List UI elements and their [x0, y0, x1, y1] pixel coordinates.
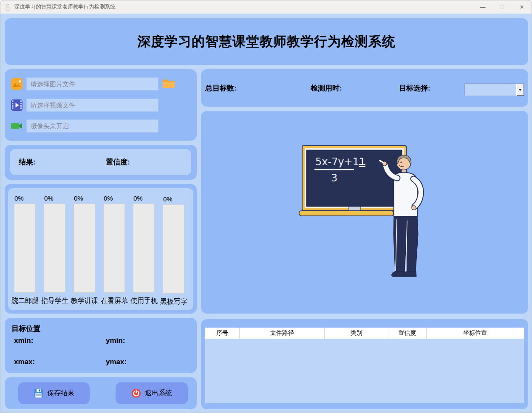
save-floppy-icon: [34, 388, 43, 398]
save-results-button[interactable]: 保存结果: [18, 382, 90, 404]
detection-table: 序号 文件路径 类别 置信度 坐标位置: [205, 328, 524, 403]
actions-panel: 保存结果 退出系统: [5, 377, 197, 409]
bar-value: 0%: [103, 193, 133, 204]
board-eraser: [349, 206, 361, 211]
target-select-value: [467, 84, 515, 96]
behavior-chart-panel: 0% 跷二郎腿 0% 指导学生 0% 教学讲课 0% 在看屏幕 0%: [5, 184, 197, 314]
bar-category: 跷二郎腿: [10, 297, 40, 306]
bar-track: [103, 204, 125, 293]
bar-track: [14, 204, 36, 293]
bar-category: 指导学生: [40, 297, 70, 306]
bar-track: [74, 204, 95, 293]
bar-group-lecturing: 0% 教学讲课: [74, 193, 103, 306]
ymin-label: ymin:: [106, 337, 125, 345]
board-tray: [299, 211, 393, 216]
total-targets-label: 总目标数:: [205, 69, 237, 107]
xmax-label: xmax:: [14, 358, 35, 366]
bar-value: 0%: [14, 193, 44, 204]
teacher-blackboard-illustration: 5x-7y+11 3 =: [298, 144, 425, 284]
bar-value: 0%: [44, 193, 74, 204]
bar-value: 0%: [163, 194, 192, 204]
image-icon: [11, 78, 23, 90]
col-header-position: 坐标位置: [427, 328, 524, 339]
bar-value: 0%: [74, 193, 103, 204]
col-header-filepath: 文件路径: [240, 328, 325, 339]
bar-group-using-phone: 0% 使用手机: [133, 193, 163, 306]
target-position-panel: 目标位置 xmin: ymin: xmax: ymax:: [5, 318, 197, 373]
app-person-icon: [5, 3, 11, 11]
bar-group-writing-blackboard: 0% 黑板写字: [163, 194, 192, 306]
exit-system-button[interactable]: 退出系统: [116, 382, 188, 404]
page-title: 深度学习的智慧课堂教师教学行为检测系统: [5, 18, 528, 65]
target-position-title: 目标位置: [11, 324, 40, 334]
bar-group-watching-screen: 0% 在看屏幕: [103, 193, 133, 306]
bar-group-cross-legs: 0% 跷二郎腿: [14, 193, 44, 306]
close-button[interactable]: ×: [512, 0, 532, 14]
stats-panel: 总目标数: 检测用时: 目标选择:: [201, 69, 528, 107]
result-inner: 结果: 置信度:: [10, 149, 191, 175]
preview-panel: 5x-7y+11 3 =: [201, 111, 528, 314]
camera-status-input[interactable]: [26, 119, 158, 133]
chevron-down-icon: [518, 89, 522, 91]
confidence-label: 置信度:: [106, 149, 130, 175]
app-window: 深度学习的智慧课堂老师教学行为检测系统 — □ × 深度学习的智慧课堂教师教学行…: [0, 0, 532, 413]
table-body-empty: [205, 339, 524, 403]
target-select-label: 目标选择:: [399, 69, 430, 107]
result-panel: 结果: 置信度:: [5, 145, 197, 180]
teacher-shoe: [392, 272, 405, 277]
behavior-chart: 0% 跷二郎腿 0% 指导学生 0% 教学讲课 0% 在看屏幕 0%: [8, 188, 193, 310]
detect-time-label: 检测用时:: [311, 69, 342, 107]
header-panel: 深度学习的智慧课堂教师教学行为检测系统: [5, 18, 528, 65]
bar-category: 教学讲课: [70, 297, 99, 306]
titlebar: 深度学习的智慧课堂老师教学行为检测系统 — □ ×: [0, 0, 532, 14]
image-file-input[interactable]: [26, 77, 158, 91]
minimize-button[interactable]: —: [473, 0, 492, 14]
camera-icon: [11, 120, 23, 132]
maximize-button[interactable]: □: [492, 0, 512, 14]
power-icon: [131, 388, 141, 398]
bar-track: [163, 204, 184, 294]
file-input-panel: [5, 69, 197, 141]
result-label: 结果:: [19, 149, 36, 175]
target-select-dropdown[interactable]: [464, 83, 524, 96]
save-results-label: 保存结果: [47, 389, 74, 398]
detection-table-panel: 序号 文件路径 类别 置信度 坐标位置: [201, 319, 528, 409]
table-header-row: 序号 文件路径 类别 置信度 坐标位置: [205, 328, 524, 339]
bar-category: 在看屏幕: [99, 297, 129, 306]
bar-value: 0%: [133, 193, 163, 204]
col-header-index: 序号: [205, 328, 240, 339]
bar-category: 黑板写字: [159, 297, 189, 306]
board-formula-equals: =: [358, 159, 366, 171]
bar-track: [44, 204, 65, 293]
folder-icon: [162, 78, 175, 89]
window-title: 深度学习的智慧课堂老师教学行为检测系统: [14, 3, 116, 11]
ymax-label: ymax:: [106, 358, 127, 366]
browse-folder-button[interactable]: [162, 78, 175, 89]
teacher-shoe: [403, 272, 417, 277]
dropdown-button[interactable]: [516, 84, 524, 96]
video-icon: [11, 99, 23, 111]
bar-group-guide-students: 0% 指导学生: [44, 193, 74, 306]
xmin-label: xmin:: [14, 337, 33, 345]
col-header-category: 类别: [325, 328, 388, 339]
bar-category: 使用手机: [129, 297, 159, 306]
board-formula-denominator: 3: [331, 172, 337, 184]
exit-system-label: 退出系统: [145, 389, 172, 398]
bar-track: [133, 204, 155, 293]
video-file-input[interactable]: [26, 99, 158, 112]
col-header-confidence: 置信度: [388, 328, 426, 339]
